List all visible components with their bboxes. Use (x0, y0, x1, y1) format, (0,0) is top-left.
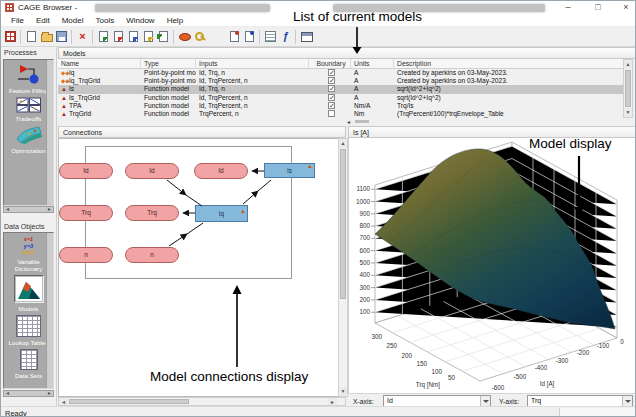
tick-label: -600 (492, 384, 505, 391)
tick-label: -400 (535, 364, 548, 371)
table-row[interactable]: ⬥⬥Iq Point-by-point model Id, Trq, n A C… (58, 69, 623, 77)
horizontal-splitter[interactable] (58, 118, 636, 126)
menu-edit[interactable]: Edit (30, 16, 56, 25)
surface-plot[interactable]: 100 200 300 400 500 600 700 800 900 1000… (349, 138, 636, 393)
boundary-checkbox[interactable] (328, 110, 335, 117)
copy-item-icon[interactable] (156, 29, 171, 45)
chevron-down-icon[interactable] (622, 396, 632, 406)
scroll-up-icon[interactable]: ▲ (339, 139, 347, 148)
point-by-point-model-icon: ⬥⬥ (61, 77, 69, 85)
menu-tools[interactable]: Tools (89, 16, 120, 25)
table-row[interactable]: ▲TPA Function model Id, TrqPercent, n Nm… (58, 102, 623, 110)
export-data-icon[interactable] (242, 29, 257, 45)
scroll-down-icon[interactable]: ▼ (339, 387, 347, 396)
boundary-checkbox[interactable] (328, 102, 335, 109)
menu-help[interactable]: Help (161, 16, 189, 25)
tick-label: 50 (448, 374, 456, 381)
boundary-checkbox[interactable] (328, 77, 335, 84)
x-axis-label: X-axis: (353, 398, 374, 405)
models-selected-frame (14, 275, 44, 303)
new-calibration-icon[interactable] (177, 29, 192, 45)
sidebar-item-variable-dictionary[interactable]: x=1y=3easy Variable Dictionary (9, 236, 49, 272)
menu-model[interactable]: Model (56, 16, 90, 25)
tick-label: 600 (359, 247, 370, 254)
function-model-icon: ▲ (61, 110, 69, 118)
scroll-up-icon[interactable]: ▲ (624, 60, 632, 69)
col-boundary[interactable]: Boundary (309, 59, 351, 69)
open-file-icon[interactable] (39, 29, 54, 45)
minimize-button[interactable]: – (558, 1, 578, 13)
models-table-scrollbar[interactable]: ▲ ▼ (623, 59, 633, 118)
variable-node-trq[interactable]: Trq (59, 205, 113, 221)
view-properties-icon[interactable] (263, 29, 278, 45)
new-file-icon[interactable] (24, 29, 39, 45)
variable-node-n-2[interactable]: n (125, 247, 179, 263)
sidebar-item-tradeoffs[interactable]: Tradeoffs (9, 97, 49, 122)
toolbar: × ƒ (1, 27, 635, 47)
boundary-checkbox[interactable] (328, 85, 335, 92)
sidebar-item-lookup-tables[interactable]: Lookup Tables (9, 315, 49, 346)
col-type[interactable]: Type (141, 59, 196, 69)
sidebar-item-data-sets[interactable]: Data Sets (9, 349, 49, 379)
model-group-outline (85, 146, 292, 279)
boundary-checkbox[interactable] (328, 94, 335, 101)
tick-label: 300 (359, 284, 370, 291)
table-row[interactable]: ⬥⬥Iq_TrqGrid Point-by-point model Id, Tr… (58, 77, 623, 85)
menu-window[interactable]: Window (120, 16, 160, 25)
col-description[interactable]: Description (394, 59, 623, 69)
close-button[interactable]: × (616, 1, 636, 13)
status-text: Ready (5, 409, 27, 417)
variable-dictionary-icon: x=1y=3easy (22, 236, 34, 256)
scroll-left-icon[interactable]: ◄ (59, 398, 68, 405)
cage-home-icon[interactable] (3, 29, 18, 45)
y-axis-label: Trq [Nm] (416, 381, 441, 389)
processes-scrollbar[interactable] (46, 60, 53, 205)
status-bar-section (559, 408, 635, 417)
delete-icon[interactable]: × (75, 29, 90, 45)
tick-label: -200 (577, 349, 590, 356)
variable-node-id-3[interactable]: Id (194, 163, 248, 179)
scroll-down-icon[interactable]: ▼ (624, 108, 632, 117)
export-cal-icon[interactable] (227, 29, 242, 45)
new-feature-icon[interactable] (111, 29, 126, 45)
new-optimization-icon[interactable] (141, 29, 156, 45)
help-key-icon[interactable] (192, 29, 207, 45)
data-objects-scrollbar[interactable] (46, 233, 53, 388)
scroll-right-icon[interactable]: ► (328, 398, 337, 405)
edit-function-icon[interactable]: ƒ (278, 29, 293, 45)
tick-label: 250 (386, 342, 397, 349)
connections-vscrollbar[interactable]: ▲ ▼ (338, 138, 348, 397)
connections-hscrollbar[interactable]: ◄ ► (58, 397, 346, 406)
boundary-checkbox[interactable] (328, 69, 335, 76)
model-node-is[interactable]: Is ▲ (264, 163, 315, 178)
col-inputs[interactable]: Inputs (196, 59, 309, 69)
table-row-selected[interactable]: ▲Is Function model Id, Trq, n A sqrt(Id^… (58, 85, 623, 93)
menu-file[interactable]: File (5, 16, 30, 25)
y-axis-label: Y-axis: (499, 398, 519, 405)
maximize-button[interactable]: □ (588, 1, 608, 13)
table-row[interactable]: ▲TrqGrid Function model TrqPercent, n Nm… (58, 110, 623, 118)
cage-browser-window: CAGE Browser - – □ × File Edit Model Too… (0, 0, 636, 417)
processes-hscrollbar[interactable] (3, 206, 54, 213)
variable-node-trq-2[interactable]: Trq (125, 205, 179, 221)
connections-canvas[interactable]: Id Trq n Id Trq n Id Is ▲ Iq ▲ (58, 138, 338, 397)
model-node-iq[interactable]: Iq ▲ (195, 205, 248, 222)
import-data-icon[interactable] (96, 29, 111, 45)
switch-view-icon[interactable] (299, 29, 314, 45)
new-tradeoff-icon[interactable] (126, 29, 141, 45)
col-units[interactable]: Units (351, 59, 394, 69)
variable-node-n[interactable]: n (59, 247, 113, 263)
sidebar-item-optimization[interactable]: Optimization (9, 125, 49, 154)
lookup-tables-icon (16, 315, 41, 337)
tick-label: 900 (359, 210, 370, 217)
chevron-down-icon[interactable] (480, 396, 490, 406)
data-objects-hscrollbar[interactable] (3, 390, 54, 397)
sidebar-item-feature-filling[interactable]: Feature Filling (9, 63, 49, 94)
sidebar-item-models[interactable]: Models (9, 275, 49, 312)
col-name[interactable]: Name (58, 59, 141, 69)
save-icon[interactable] (54, 29, 69, 45)
variable-node-id-2[interactable]: Id (125, 163, 179, 179)
variable-node-id[interactable]: Id (59, 163, 113, 179)
optimization-icon (15, 125, 43, 145)
table-row[interactable]: ▲Is_TrqGrid Function model Id, TrqPercen… (58, 94, 623, 102)
